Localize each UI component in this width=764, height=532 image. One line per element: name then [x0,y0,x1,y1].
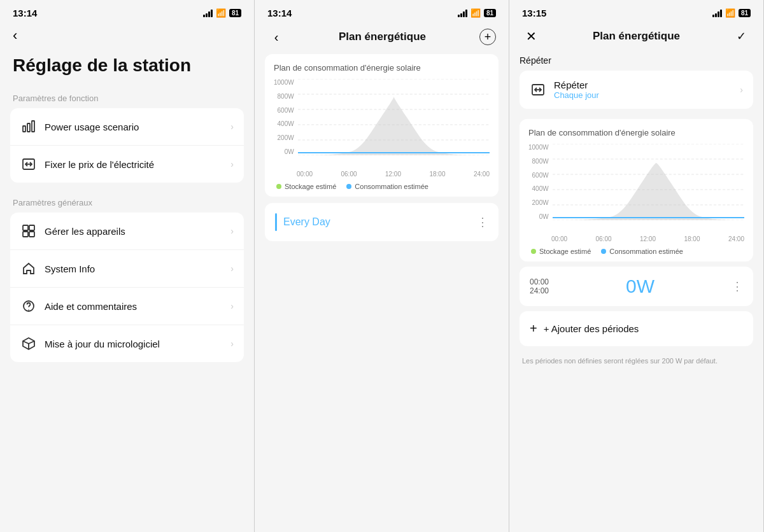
transfer-icon [20,156,37,172]
svg-rect-1 [27,123,30,132]
home-icon [20,260,37,277]
legend-consumption-3: Consommation estimée [601,248,683,255]
svg-point-10 [28,309,29,311]
plan-dots-2[interactable]: ⋮ [477,215,488,229]
help-label: Aide et commentaires [45,301,223,312]
chart-canvas-3 [553,144,744,220]
plan-card-2[interactable]: Every Day ⋮ [265,203,499,241]
status-bar-2: 13:14 📶 81 [255,0,509,22]
svg-rect-6 [29,225,34,230]
add-period-card-3[interactable]: + + Ajouter des périodes [520,311,753,346]
add-button-2[interactable]: + [479,29,496,45]
chevron-icon-power: › [230,122,234,132]
time-card-times-3: 00:00 24:00 [530,277,549,295]
time-from-3: 00:00 [530,277,549,286]
manage-devices-label: Gérer les appareils [45,226,223,237]
chart-section-3: Plan de consommation d'énergie solaire 1… [520,119,753,262]
plan-card-left-2: Every Day [275,213,330,231]
repeat-icon-3 [530,81,546,98]
chart-title-3: Plan de consommation d'énergie solaire [528,128,744,137]
cube-icon [20,335,37,352]
power-usage-label: Power usage scenario [45,122,223,132]
signal-icon-2 [458,10,467,17]
footer-note-3: Les périodes non définies seront réglées… [509,351,763,371]
time-card-3[interactable]: 00:00 24:00 0W ⋮ [520,267,753,306]
screen-3: 13:15 📶 81 ✕ Plan énergétique ✓ Répéter [509,0,764,532]
status-icons-3: 📶 81 [712,8,751,18]
repeat-card-text-3: Répéter Chaque jour [554,80,732,100]
electricity-price-label: Fixer le prix de l'électricité [45,159,223,170]
legend-dot-green-3 [531,249,536,254]
fonction-card: Power usage scenario › Fixer le prix de … [10,108,244,183]
status-bar-1: 13:14 📶 81 [0,0,254,22]
wifi-icon-3: 📶 [725,8,735,18]
chart-legend-3: Stockage estimé Consommation estimée [528,248,744,255]
time-to-3: 24:00 [530,286,549,295]
item-system-info[interactable]: System Info › [10,250,244,288]
page-title-1: Réglage de la station [0,49,254,88]
close-button-3[interactable]: ✕ [522,29,540,44]
battery-3: 81 [739,9,751,17]
battery-2: 81 [484,9,496,17]
chart-x-labels-3: 00:00 06:00 12:00 18:00 24:00 [528,235,744,242]
svg-rect-7 [23,232,28,237]
svg-rect-5 [23,225,28,230]
plan-name-2: Every Day [283,216,330,228]
screen-2: 13:14 📶 81 ‹ Plan énergétique + Plan de … [255,0,509,532]
svg-rect-0 [23,126,25,132]
question-icon [20,298,37,314]
plan-indicator-2 [275,213,277,231]
section-label-general: Paramètres généraux [0,193,254,213]
chart-area-3: 1000W 800W 600W 400W 200W 0W [528,144,744,233]
add-period-label-3: + Ajouter des périodes [544,323,639,334]
item-power-usage[interactable]: Power usage scenario › [10,108,244,146]
item-help[interactable]: Aide et commentaires › [10,288,244,325]
confirm-button-3[interactable]: ✓ [733,29,751,43]
back-button-1[interactable]: ‹ [0,22,254,49]
legend-storage-2: Stockage estimé [276,183,336,190]
repeat-section-label-3: Répéter [520,55,753,66]
screen-1: 13:14 📶 81 ‹ Réglage de la station Param… [0,0,255,532]
legend-dot-green-2 [276,184,281,189]
repeat-card-3[interactable]: Répéter Chaque jour › [520,71,753,109]
time-3: 13:15 [522,8,546,18]
legend-consumption-2: Consommation estimée [346,183,428,190]
grid-icon [20,223,37,239]
status-icons-1: 📶 81 [203,8,241,18]
wifi-icon-1: 📶 [216,8,226,18]
chevron-icon-electricity: › [230,159,234,169]
chart-y-labels-3: 1000W 800W 600W 400W 200W 0W [528,144,553,220]
chart-area-2: 1000W 800W 600W 400W 200W 0W [274,79,490,168]
battery-1: 81 [229,9,241,17]
chart-title-2: Plan de consommation d'énergie solaire [274,63,490,73]
firmware-label: Mise à jour du micrologiciel [45,339,223,349]
nav-title-2: Plan énergétique [339,31,426,43]
repeat-subtitle-3: Chaque jour [554,90,732,100]
legend-dot-blue-2 [346,184,351,189]
section-label-fonction: Paramètres de fonction [0,88,254,108]
status-bar-3: 13:15 📶 81 [509,0,763,22]
chevron-icon-repeat: › [740,85,743,95]
svg-rect-2 [32,121,34,132]
time-card-dots-3[interactable]: ⋮ [732,279,743,293]
item-firmware[interactable]: Mise à jour du micrologiciel › [10,325,244,362]
status-icons-2: 📶 81 [458,8,496,18]
item-electricity-price[interactable]: Fixer le prix de l'électricité › [10,146,244,183]
chart-section-2: Plan de consommation d'énergie solaire 1… [265,54,499,197]
svg-line-13 [23,341,29,344]
item-manage-devices[interactable]: Gérer les appareils › [10,213,244,250]
bar-chart-icon [20,118,37,135]
repeat-section-3: Répéter Répéter Chaque jour › [509,48,763,119]
back-button-2[interactable]: ‹ [267,30,285,45]
wifi-icon-2: 📶 [470,8,481,18]
time-1: 13:14 [13,8,37,18]
chart-canvas-2 [298,79,490,155]
power-value-3: 0W [626,276,654,297]
chevron-icon-manage: › [230,226,234,236]
chevron-icon-system: › [230,263,234,274]
nav-bar-2: ‹ Plan énergétique + [255,22,509,49]
legend-dot-blue-3 [601,249,606,254]
repeat-title-3: Répéter [554,80,732,90]
legend-storage-3: Stockage estimé [531,248,591,255]
general-card: Gérer les appareils › System Info › Aide… [10,213,244,362]
